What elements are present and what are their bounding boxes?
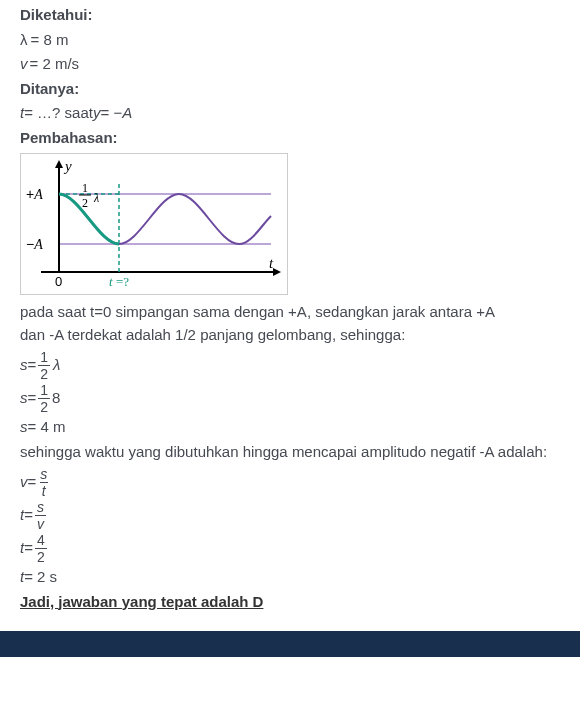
svg-text:+A: +A — [26, 186, 43, 202]
lambda-symbol: λ — [20, 29, 28, 52]
asked-text: = …? saat — [24, 102, 93, 125]
lambda-value: = 8 m — [31, 29, 69, 52]
eq-s-4m: s = 4 m — [20, 416, 560, 439]
frac-s-v: s v — [35, 500, 46, 531]
t2-num: 4 — [35, 533, 47, 548]
heading-ditanya: Ditanya: — [20, 78, 560, 101]
frac-half-1: 1 2 — [38, 350, 50, 381]
v-eq: = — [28, 471, 37, 494]
eq-s-half-8: s = 1 2 8 — [20, 383, 560, 414]
v-value: = 2 m/s — [30, 53, 80, 76]
heading-diketahui: Diketahui: — [20, 4, 560, 27]
eq-v-s-over-t: v = s t — [20, 467, 560, 498]
wave-diagram: y t +A −A 0 t =? 1 2 λ — [20, 153, 288, 295]
footer-band — [0, 631, 580, 657]
given-lambda: λ = 8 m — [20, 29, 560, 52]
eq-t-4-over-2: t = 4 2 — [20, 533, 560, 564]
svg-text:−A: −A — [26, 236, 43, 252]
svg-text:λ: λ — [93, 191, 99, 205]
s2-eq: = — [28, 387, 37, 410]
t1-num: s — [35, 500, 46, 515]
wave-svg: y t +A −A 0 t =? 1 2 λ — [21, 154, 287, 294]
v-lhs: v — [20, 471, 28, 494]
s1-tail: λ — [53, 354, 60, 377]
s1-eq: = — [28, 354, 37, 377]
s3-eq: = 4 m — [28, 416, 66, 439]
t1-den: v — [35, 515, 46, 531]
svg-text:2: 2 — [82, 196, 88, 210]
s2-tail: 8 — [52, 387, 60, 410]
t3-eq: = 2 s — [24, 566, 57, 589]
s2-lhs: s — [20, 387, 28, 410]
eq-t-2s: t = 2 s — [20, 566, 560, 589]
asked-rhs: = − — [100, 102, 122, 125]
asked-y: y — [93, 102, 101, 125]
svg-text:y: y — [63, 158, 72, 174]
t1-eq: = — [24, 504, 33, 527]
frac-half-2: 1 2 — [38, 383, 50, 414]
frac-4-2: 4 2 — [35, 533, 47, 564]
t2-eq: = — [24, 537, 33, 560]
s1-den: 2 — [38, 365, 50, 381]
v-den: t — [40, 482, 48, 498]
svg-text:0: 0 — [55, 274, 62, 289]
eq-t-s-over-v: t = s v — [20, 500, 560, 531]
s3-lhs: s — [20, 416, 28, 439]
paragraph-2: sehingga waktu yang dibutuhkan hingga me… — [20, 441, 560, 464]
t2-den: 2 — [35, 548, 47, 564]
svg-marker-5 — [273, 268, 281, 276]
solution-content: Diketahui: λ = 8 m v = 2 m/s Ditanya: t … — [0, 0, 580, 631]
frac-s-t: s t — [38, 467, 49, 498]
s1-num: 1 — [38, 350, 50, 365]
svg-text:1: 1 — [82, 181, 88, 195]
asked-A: A — [122, 102, 132, 125]
s2-den: 2 — [38, 398, 50, 414]
given-v: v = 2 m/s — [20, 53, 560, 76]
s2-num: 1 — [38, 383, 50, 398]
paragraph-1b: dan -A terdekat adalah 1/2 panjang gelom… — [20, 324, 560, 347]
eq-s-half-lambda: s = 1 2 λ — [20, 350, 560, 381]
s1-lhs: s — [20, 354, 28, 377]
svg-text:t =?: t =? — [109, 274, 129, 289]
heading-pembahasan: Pembahasan: — [20, 127, 560, 150]
conclusion-line: Jadi, jawaban yang tepat adalah D — [20, 591, 560, 614]
v-symbol: v — [20, 53, 28, 76]
paragraph-1a: pada saat t=0 simpangan sama dengan +A, … — [20, 301, 560, 324]
asked-line: t = …? saat y = − A — [20, 102, 560, 125]
v-num: s — [38, 467, 49, 482]
svg-marker-4 — [55, 160, 63, 168]
